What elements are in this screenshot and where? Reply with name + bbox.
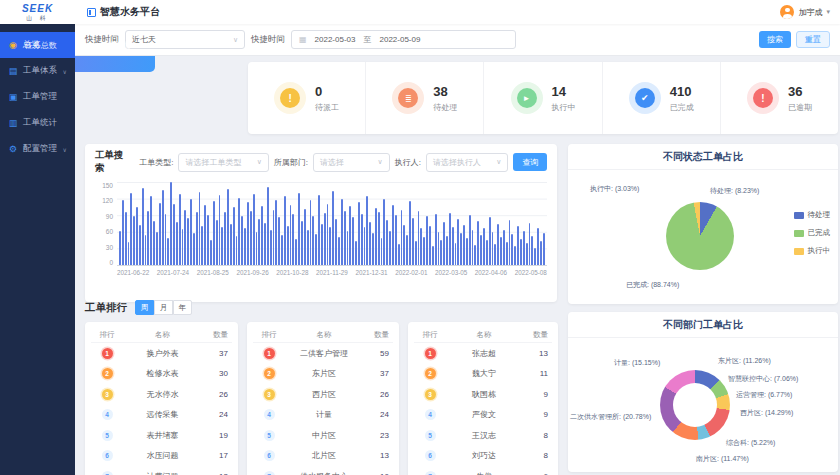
table-row: 2检修水表30 <box>91 364 232 385</box>
table-row: 7计费问题12 <box>91 466 232 475</box>
pie-slice-label: 待处理: (8.23%) <box>710 186 759 196</box>
medal-icon: 1 <box>414 348 446 359</box>
tab-year[interactable]: 年 <box>173 300 192 315</box>
sidebar-item-4[interactable]: ⚙配置管理∨ <box>0 136 75 162</box>
rank-item-name: 魏大宁 <box>446 368 522 379</box>
table-row: 5王汉志8 <box>414 425 552 446</box>
user-menu[interactable]: 加宇成 ▾ <box>780 5 830 19</box>
status-pie-card: 不同状态工单占比 待处理: (8.23%)已完成: (88.74%)执行中: (… <box>568 144 838 304</box>
bell-icon: ! <box>747 82 779 114</box>
tab-month[interactable]: 月 <box>154 300 173 315</box>
rank-item-qty: 59 <box>363 349 393 358</box>
bar-chart-x-axis: 2021-06-222021-07-242021-08-252021-09-26… <box>117 269 547 276</box>
stat-label: 已逾期 <box>788 102 812 113</box>
pie-slice-label: 已完成: (88.74%) <box>626 280 679 290</box>
stat-value: 14 <box>552 84 576 99</box>
rank-number: 5 <box>253 430 285 441</box>
rank-item-name: 换户外表 <box>123 348 202 359</box>
rank-number: 6 <box>91 450 123 461</box>
query-button[interactable]: 查询 <box>513 153 547 171</box>
page-title: 智慧水务平台 <box>100 5 160 19</box>
table-row: 6北片区13 <box>253 446 393 467</box>
sidebar-item-label: 工单管理 <box>23 91 57 103</box>
rank-item-qty: 13 <box>522 349 552 358</box>
sidebar-item-2[interactable]: ▣工单管理 <box>0 84 75 110</box>
ranking-table-1: 排行 名称 数量 1换户外表372检修水表303无水停水264远传采集245表井… <box>85 322 238 475</box>
rank-item-qty: 19 <box>202 431 232 440</box>
stat-value: 36 <box>788 84 812 99</box>
type-filter-label: 工单类型: <box>139 157 173 168</box>
date-range-picker[interactable]: ▦ 2022-05-03 至 2022-05-09 <box>291 30 516 49</box>
medal-icon: 2 <box>253 368 285 379</box>
stat-label: 待处理 <box>433 102 457 113</box>
pie-slice-label: 东片区: (11.26%) <box>718 356 771 366</box>
legend-swatch <box>794 212 804 219</box>
stat-label: 已完成 <box>670 102 694 113</box>
collapse-menu-icon[interactable] <box>87 8 96 17</box>
department-filter-label: 所属部门: <box>274 157 308 168</box>
stat-item-已逾期: !36已逾期 <box>720 62 838 134</box>
rank-item-qty: 37 <box>363 369 393 378</box>
sidebar-item-3[interactable]: ▥工单统计 <box>0 110 75 136</box>
table-row: 2魏大宁11 <box>414 364 552 385</box>
workorder-search-title: 工单搜索 <box>95 149 132 175</box>
stat-label: 执行中 <box>552 102 576 113</box>
quick-time-select[interactable]: 近七天 ∨ <box>125 30 245 49</box>
workorder-system-icon: ▤ <box>8 66 18 76</box>
legend-item: 执行中 <box>794 246 831 256</box>
rank-number: 5 <box>91 430 123 441</box>
stat-value: 410 <box>670 84 694 99</box>
medal-icon: 1 <box>253 348 285 359</box>
rank-item-name: 远传采集 <box>123 409 202 420</box>
rank-item-qty: 24 <box>363 410 393 419</box>
stat-value: 38 <box>433 84 457 99</box>
stat-value: 0 <box>315 84 339 99</box>
rank-item-name: 刘巧达 <box>446 450 522 461</box>
rank-item-name: 耿国栋 <box>446 389 522 400</box>
status-pie-legend: 待处理已完成执行中 <box>794 210 831 256</box>
table-row: 4严俊文9 <box>414 405 552 426</box>
ranking-title: 工单排行 <box>85 301 127 315</box>
sidebar-item-1[interactable]: ▤工单体系∨ <box>0 58 75 84</box>
type-filter-select[interactable]: 请选择工单类型 ∨ <box>178 153 268 172</box>
table-row: 4远传采集24 <box>91 405 232 426</box>
department-filter-select[interactable]: 请选择 ∨ <box>313 153 390 172</box>
reset-button[interactable]: 重置 <box>796 31 830 48</box>
rank-item-name: 东片区 <box>285 368 363 379</box>
executor-filter-select[interactable]: 请选择执行人 ∨ <box>426 153 509 172</box>
pie-slice-label: 执行中: (3.03%) <box>590 184 639 194</box>
rank-number: 4 <box>91 409 123 420</box>
check-icon: ✔ <box>629 82 661 114</box>
date-end: 2022-05-09 <box>379 35 420 44</box>
bar-chart-bars <box>117 182 547 265</box>
rank-item-name: 表井堵塞 <box>123 430 202 441</box>
chevron-down-icon: ∨ <box>63 146 67 153</box>
bar-chart-plot <box>117 182 547 266</box>
legend-swatch <box>794 248 804 255</box>
dept-donut-disc <box>660 370 730 440</box>
rank-number: 4 <box>414 409 446 420</box>
pie-slice-label: 综合科: (5.22%) <box>726 438 775 448</box>
chevron-down-icon: ∨ <box>257 158 262 166</box>
medal-icon: 2 <box>91 368 123 379</box>
department-donut-card: 不同部门工单占比 东片区: (11.26%)智慧联控中心: (7.06%)运营管… <box>568 312 838 472</box>
table-row: 2东片区37 <box>253 364 393 385</box>
workorder-bar-chart: 1501209060300 2021-06-222021-07-242021-0… <box>95 182 547 292</box>
rank-item-qty: 26 <box>202 390 232 399</box>
legend-swatch <box>794 230 804 237</box>
rank-item-name: 供水服务中心 <box>285 471 363 475</box>
filter-bar: 快捷时间 近七天 ∨ 快捷时间 ▦ 2022-05-03 至 2022-05-0… <box>75 24 840 56</box>
tab-week[interactable]: 周 <box>135 300 154 315</box>
sidebar-item-label: 配置管理 <box>23 143 57 155</box>
workorder-search-card: 工单搜索 工单类型: 请选择工单类型 ∨ 所属部门: 请选择 ∨ 执行人: 请选… <box>85 144 557 302</box>
rank-item-qty: 9 <box>522 390 552 399</box>
table-row: 1二供客户管理59 <box>253 343 393 364</box>
workorder-manage-icon: ▣ <box>8 92 18 102</box>
dashboard-icon: ◉ <box>8 40 18 50</box>
rank-number: 5 <box>414 430 446 441</box>
stat-item-待派工: !0待派工 <box>248 62 365 134</box>
quick-time-value: 近七天 <box>132 34 156 45</box>
table-row: 3西片区26 <box>253 384 393 405</box>
search-button[interactable]: 搜索 <box>759 31 791 48</box>
settings-icon: ⚙ <box>8 144 18 154</box>
